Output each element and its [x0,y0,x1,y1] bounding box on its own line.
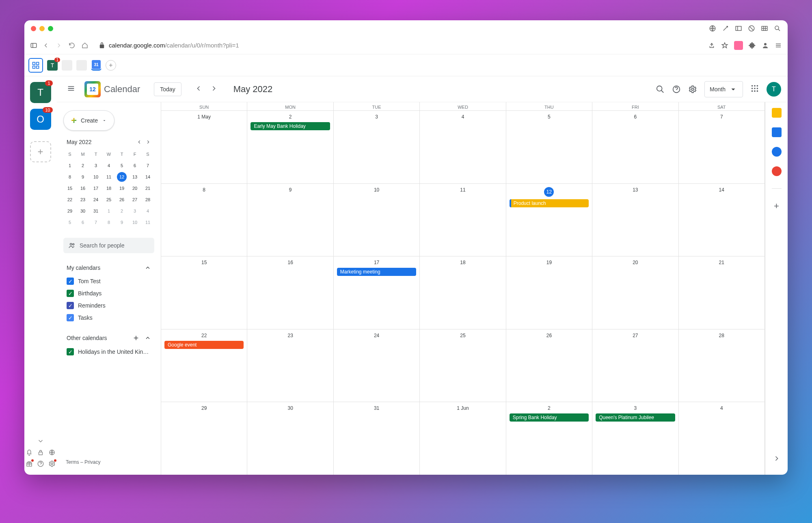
rail-app[interactable]: T1 [30,82,51,103]
menu-icon[interactable] [775,42,782,49]
mini-day[interactable]: 7 [141,160,154,171]
back-button[interactable] [42,42,50,49]
tab-overview[interactable] [28,58,43,73]
calendar-checkbox[interactable]: ✓ [67,314,74,321]
sidebar-toggle-icon[interactable] [30,42,37,49]
mini-day[interactable]: 7 [89,217,102,228]
mini-day[interactable]: 19 [115,183,128,194]
calendar-checkbox[interactable]: ✓ [67,302,74,309]
day-cell[interactable]: 29 [161,402,247,475]
day-cell[interactable]: 22Google event [161,329,247,402]
mini-day[interactable]: 6 [76,217,89,228]
prev-month[interactable] [192,82,205,97]
day-cell[interactable]: 5 [506,111,592,183]
day-cell[interactable]: 1 Jun [420,402,506,475]
mini-prev[interactable] [136,139,142,145]
wand-icon[interactable] [722,25,729,32]
day-cell[interactable]: 4 [679,402,765,475]
keep-icon[interactable] [772,108,782,118]
day-cell[interactable]: 26 [506,329,592,402]
mini-day[interactable]: 4 [102,160,115,171]
mini-day[interactable]: 5 [63,217,76,228]
mini-day[interactable]: 20 [128,183,141,194]
calendar-checkbox[interactable]: ✓ [67,278,74,285]
mini-day[interactable]: 26 [115,194,128,205]
shield-icon[interactable] [748,25,755,32]
day-cell[interactable]: 21 [679,256,765,329]
create-button[interactable]: + Create [63,110,114,131]
bookmark-icon[interactable] [721,42,728,49]
avatar[interactable]: T [767,82,781,97]
mini-day[interactable]: 6 [128,160,141,171]
hamburger-menu[interactable] [63,81,79,98]
maps-icon[interactable] [772,166,782,176]
gcal-logo[interactable]: 12 Calendar [84,81,140,97]
day-cell[interactable]: 8 [161,184,247,256]
mini-day[interactable]: 10 [128,217,141,228]
mini-day[interactable]: 10 [89,171,102,183]
mini-day[interactable]: 21 [141,183,154,194]
mini-day[interactable]: 13 [128,171,141,183]
mini-day[interactable]: 1 [63,160,76,171]
day-cell[interactable]: 24 [334,329,420,402]
mini-day[interactable]: 15 [63,183,76,194]
mini-day[interactable]: 1 [102,205,115,217]
mini-day[interactable]: 3 [128,205,141,217]
search-icon[interactable] [774,25,781,32]
maximize-window[interactable] [48,26,53,31]
add-addon[interactable]: + [774,201,779,211]
day-cell[interactable]: 23 [247,329,333,402]
day-cell[interactable]: 19 [506,256,592,329]
rail-app[interactable]: O10 [30,109,51,130]
calendar-checkbox[interactable]: ✓ [67,348,74,355]
mini-day[interactable]: 4 [141,205,154,217]
mini-day[interactable]: 8 [102,217,115,228]
day-cell[interactable]: 27 [592,329,678,402]
search-icon[interactable] [656,85,665,94]
lock-small-icon[interactable] [37,449,44,456]
day-cell[interactable]: 9 [247,184,333,256]
day-cell[interactable]: 4 [420,111,506,183]
mini-day[interactable]: 2 [115,205,128,217]
help-small-icon[interactable] [37,460,44,467]
terms-link[interactable]: Terms [66,459,79,465]
calendar-item[interactable]: ✓Holidays in the United Kin… [63,346,154,358]
search-people[interactable]: Search for people [63,238,154,253]
day-cell[interactable]: 14 [679,184,765,256]
day-cell[interactable]: 12Product launch [506,184,592,256]
calendar-item[interactable]: ✓Tom Test [63,275,154,287]
collapse-rail[interactable] [773,454,781,469]
globe-small-icon[interactable] [48,449,56,456]
day-cell[interactable]: 25 [420,329,506,402]
reload-button[interactable] [68,42,76,49]
mini-day[interactable]: 24 [89,194,102,205]
mini-day[interactable]: 12 [117,172,127,182]
gear-icon[interactable] [688,85,697,94]
bell-icon[interactable] [26,449,33,456]
day-cell[interactable]: 6 [592,111,678,183]
tab-app-2[interactable] [62,60,72,71]
mini-day[interactable]: 11 [141,217,154,228]
mini-day[interactable]: 25 [102,194,115,205]
my-calendars-header[interactable]: My calendars [63,262,154,273]
day-cell[interactable]: 20 [592,256,678,329]
day-cell[interactable]: 10 [334,184,420,256]
mini-day[interactable]: 30 [76,205,89,217]
rail-add-app[interactable]: + [30,141,51,162]
profile-icon[interactable] [762,42,769,49]
event-chip[interactable]: Early May Bank Holiday [251,122,330,130]
add-calendar-icon[interactable] [132,334,140,342]
day-cell[interactable]: 2Spring Bank Holiday [506,402,592,475]
day-cell[interactable]: 30 [247,402,333,475]
event-chip[interactable]: Queen's Platinum Jubilee [596,413,675,422]
mini-day[interactable]: 9 [115,217,128,228]
day-cell[interactable]: 17Marketing meeting [334,256,420,329]
calendar-item[interactable]: ✓Tasks [63,312,154,324]
mini-day[interactable]: 31 [89,205,102,217]
mini-day[interactable]: 27 [128,194,141,205]
mini-day[interactable]: 3 [89,160,102,171]
apps-launcher[interactable] [750,84,759,95]
day-cell[interactable]: 31 [334,402,420,475]
event-chip[interactable]: Marketing meeting [337,268,416,276]
mini-day[interactable]: 5 [115,160,128,171]
